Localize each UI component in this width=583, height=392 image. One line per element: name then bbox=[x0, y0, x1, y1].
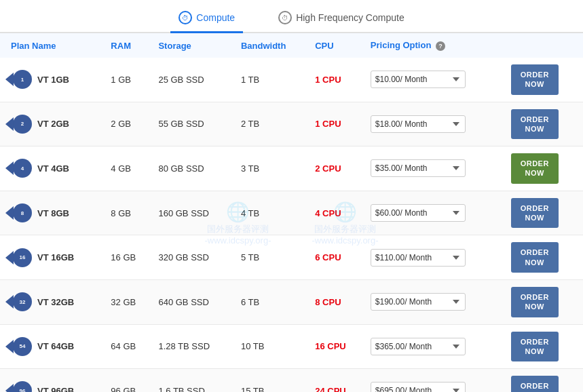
cpu-value: 16 CPU bbox=[315, 341, 346, 351]
plan-badge-wrapper: 16 bbox=[5, 248, 32, 267]
plan-badge-wrapper: 1 bbox=[5, 70, 32, 89]
col-plan-name: Plan Name bbox=[0, 33, 105, 58]
plan-ram: 2 GB bbox=[105, 102, 153, 146]
plan-badge-wrapper: 2 bbox=[5, 115, 32, 134]
pricing-select[interactable]: $10.00/ Month bbox=[371, 71, 466, 88]
plan-pricing[interactable]: $365.00/ Month bbox=[365, 324, 506, 369]
table-row: 2 VT 2GB 2 GB55 GB SSD2 TB1 CPU$18.00/ M… bbox=[0, 102, 583, 146]
pricing-select[interactable]: $365.00/ Month bbox=[371, 338, 466, 355]
pricing-select[interactable]: $695.00/ Month bbox=[371, 382, 466, 392]
plan-pricing[interactable]: $695.00/ Month bbox=[365, 369, 506, 392]
plan-ram: 4 GB bbox=[105, 146, 153, 191]
compute-tab-icon: ⏱ bbox=[178, 11, 192, 24]
order-now-button[interactable]: ORDERNOW bbox=[511, 332, 559, 362]
table-row: 32 VT 32GB 32 GB640 GB SSD6 TB8 CPU$190.… bbox=[0, 279, 583, 324]
plan-ram: 32 GB bbox=[105, 279, 153, 324]
plan-name: VT 16GB bbox=[37, 252, 74, 262]
plan-ram: 8 GB bbox=[105, 191, 153, 235]
plan-name: VT 32GB bbox=[37, 297, 74, 307]
plan-pricing[interactable]: $190.00/ Month bbox=[365, 279, 506, 324]
plan-storage: 1.28 TB SSD bbox=[153, 324, 236, 369]
plan-badge: 32 bbox=[13, 292, 32, 311]
pricing-select[interactable]: $35.00/ Month bbox=[371, 159, 466, 177]
order-now-button[interactable]: ORDERNOW bbox=[511, 153, 559, 184]
cpu-value: 4 CPU bbox=[315, 208, 341, 218]
order-cell: ORDERNOW bbox=[506, 191, 583, 235]
plan-storage: 320 GB SSD bbox=[153, 235, 236, 280]
plan-bandwidth: 4 TB bbox=[236, 191, 309, 235]
order-now-button[interactable]: ORDERNOW bbox=[511, 242, 559, 273]
plan-bandwidth: 6 TB bbox=[236, 279, 309, 324]
compute-tab-label: Compute bbox=[196, 12, 235, 23]
plan-cpu: 8 CPU bbox=[309, 279, 365, 324]
pricing-help-icon[interactable]: ? bbox=[436, 41, 445, 51]
order-cell: ORDERNOW bbox=[506, 369, 583, 392]
plan-name-cell: 16 VT 16GB bbox=[0, 235, 105, 280]
plan-pricing[interactable]: $110.00/ Month bbox=[365, 235, 506, 280]
tab-high-freq[interactable]: ⏱ High Frequency Compute bbox=[270, 7, 413, 33]
plan-badge-wrapper: 8 bbox=[5, 203, 32, 222]
table-row: 4 VT 4GB 4 GB80 GB SSD3 TB2 CPU$35.00/ M… bbox=[0, 146, 583, 191]
pricing-table-container: Plan Name RAM Storage Bandwidth CPU Pric… bbox=[0, 33, 583, 392]
plan-name: VT 96GB bbox=[37, 386, 74, 392]
pricing-table: Plan Name RAM Storage Bandwidth CPU Pric… bbox=[0, 33, 583, 392]
cpu-value: 1 CPU bbox=[315, 75, 341, 85]
plan-name: VT 1GB bbox=[37, 75, 69, 85]
order-now-button[interactable]: ORDERNOW bbox=[511, 109, 559, 140]
col-storage: Storage bbox=[153, 33, 236, 58]
plan-name: VT 64GB bbox=[37, 341, 74, 351]
plan-pricing[interactable]: $60.00/ Month bbox=[365, 191, 506, 235]
plan-ram: 16 GB bbox=[105, 235, 153, 280]
col-ram: RAM bbox=[105, 33, 153, 58]
order-now-button[interactable]: ORDERNOW bbox=[511, 64, 559, 95]
plan-cpu: 16 CPU bbox=[309, 324, 365, 369]
table-row: 96 VT 96GB 96 GB1.6 TB SSD15 TB24 CPU$69… bbox=[0, 369, 583, 392]
tab-bar: ⏱ Compute ⏱ High Frequency Compute bbox=[0, 0, 583, 33]
tab-compute[interactable]: ⏱ Compute bbox=[170, 7, 243, 33]
plan-storage: 25 GB SSD bbox=[153, 58, 236, 102]
order-now-button[interactable]: ORDERNOW bbox=[511, 198, 559, 229]
plan-cpu: 24 CPU bbox=[309, 369, 365, 392]
pricing-select[interactable]: $60.00/ Month bbox=[371, 204, 466, 222]
plan-bandwidth: 3 TB bbox=[236, 146, 309, 191]
pricing-select[interactable]: $110.00/ Month bbox=[371, 249, 466, 267]
plan-name-cell: 54 VT 64GB bbox=[0, 324, 105, 369]
plan-pricing[interactable]: $18.00/ Month bbox=[365, 102, 506, 146]
plan-name: VT 4GB bbox=[37, 163, 69, 174]
table-row: 1 VT 1GB 1 GB25 GB SSD1 TB1 CPU$10.00/ M… bbox=[0, 58, 583, 102]
plan-pricing[interactable]: $35.00/ Month bbox=[365, 146, 506, 191]
order-cell: ORDERNOW bbox=[506, 146, 583, 191]
plan-name-cell: 4 VT 4GB bbox=[0, 146, 105, 191]
plan-name: VT 2GB bbox=[37, 119, 69, 129]
table-row: 8 VT 8GB 8 GB160 GB SSD4 TB4 CPU$60.00/ … bbox=[0, 191, 583, 235]
cpu-value: 1 CPU bbox=[315, 119, 341, 129]
pricing-select[interactable]: $18.00/ Month bbox=[371, 115, 466, 133]
order-now-button[interactable]: ORDERNOW bbox=[511, 376, 559, 392]
plan-cpu: 1 CPU bbox=[309, 58, 365, 102]
plan-badge: 16 bbox=[13, 248, 32, 267]
order-now-button[interactable]: ORDERNOW bbox=[511, 287, 559, 317]
plan-bandwidth: 2 TB bbox=[236, 102, 309, 146]
col-pricing: Pricing Option ? bbox=[365, 33, 506, 58]
high-freq-tab-label: High Frequency Compute bbox=[296, 12, 405, 23]
plan-badge: 8 bbox=[13, 203, 32, 222]
main-content: 🌐 国外服务器评测 -www.idcspy.org- 🌐 国外服务器评测 -ww… bbox=[0, 33, 583, 392]
col-order bbox=[506, 33, 583, 58]
plan-bandwidth: 10 TB bbox=[236, 324, 309, 369]
plan-storage: 160 GB SSD bbox=[153, 191, 236, 235]
plan-ram: 64 GB bbox=[105, 324, 153, 369]
plan-bandwidth: 15 TB bbox=[236, 369, 309, 392]
plan-cpu: 6 CPU bbox=[309, 235, 365, 280]
plan-name-cell: 32 VT 32GB bbox=[0, 279, 105, 324]
plan-cpu: 2 CPU bbox=[309, 146, 365, 191]
plan-cpu: 1 CPU bbox=[309, 102, 365, 146]
plan-pricing[interactable]: $10.00/ Month bbox=[365, 58, 506, 102]
plan-badge-wrapper: 4 bbox=[5, 159, 32, 178]
plan-bandwidth: 1 TB bbox=[236, 58, 309, 102]
pricing-select[interactable]: $190.00/ Month bbox=[371, 293, 466, 311]
cpu-value: 6 CPU bbox=[315, 252, 341, 262]
plan-cpu: 4 CPU bbox=[309, 191, 365, 235]
plan-bandwidth: 5 TB bbox=[236, 235, 309, 280]
order-cell: ORDERNOW bbox=[506, 279, 583, 324]
plan-name-cell: 96 VT 96GB bbox=[0, 369, 105, 392]
